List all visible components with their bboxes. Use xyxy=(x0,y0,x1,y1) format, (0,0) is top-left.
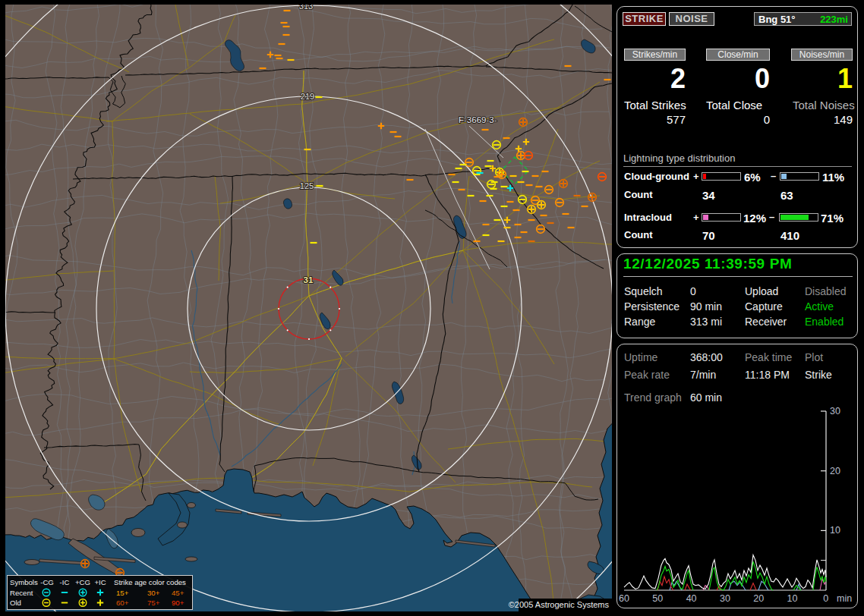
svg-text:+CG: +CG xyxy=(75,578,90,586)
svg-text:30: 30 xyxy=(720,593,730,604)
svg-text:Recent: Recent xyxy=(10,589,33,597)
svg-text:75+: 75+ xyxy=(147,599,160,607)
svg-text:60+: 60+ xyxy=(116,599,129,607)
svg-text:60: 60 xyxy=(619,593,629,604)
svg-text:219: 219 xyxy=(301,92,314,101)
svg-text:-CG: -CG xyxy=(40,578,54,586)
svg-text:Old: Old xyxy=(10,599,21,607)
svg-text:45+: 45+ xyxy=(172,589,184,597)
svg-text:40: 40 xyxy=(686,593,697,604)
svg-text:Strike age color codes: Strike age color codes xyxy=(114,578,186,586)
svg-text:50: 50 xyxy=(652,593,663,604)
svg-text:F-3669-3-: F-3669-3- xyxy=(459,115,497,124)
svg-text:min: min xyxy=(837,593,852,604)
svg-text:20: 20 xyxy=(830,466,840,476)
svg-text:20: 20 xyxy=(753,593,764,604)
svg-text:15+: 15+ xyxy=(116,589,129,597)
svg-text:Symbols: Symbols xyxy=(10,578,38,586)
svg-text:10: 10 xyxy=(787,593,798,604)
svg-text:0: 0 xyxy=(823,593,828,604)
svg-text:90+: 90+ xyxy=(172,599,184,607)
svg-text:125: 125 xyxy=(300,181,314,190)
svg-text:10: 10 xyxy=(830,525,840,536)
svg-text:©2005 Astrogenic Systems: ©2005 Astrogenic Systems xyxy=(509,600,610,609)
svg-text:+IC: +IC xyxy=(94,578,106,586)
svg-text:31: 31 xyxy=(304,275,314,284)
svg-text:30+: 30+ xyxy=(147,589,160,597)
svg-text:30: 30 xyxy=(830,406,840,416)
svg-text:-IC: -IC xyxy=(60,578,70,586)
